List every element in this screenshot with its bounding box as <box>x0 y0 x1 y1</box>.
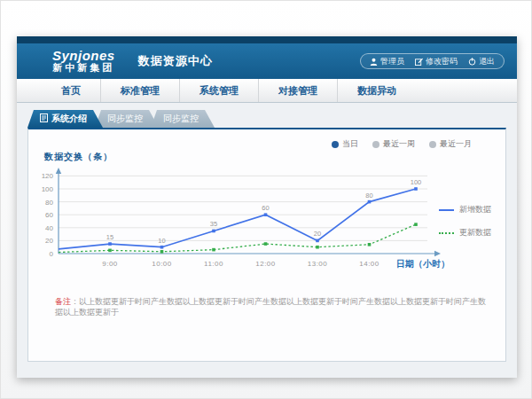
app-header: Synjones 新中新集团 数据资源中心 管理员 修改密码 <box>17 43 517 79</box>
data-point <box>160 246 164 249</box>
tab-sync-monitor-2[interactable]: 同步监控 <box>151 110 215 128</box>
data-point <box>264 213 268 216</box>
chart-wrap: 0204060801001209:0010:0011:0012:0013:001… <box>37 163 507 284</box>
footnote: 备注：以上数据更新于时间产生数据以上数据更新于时间产生数据以上数据更新于时间产生… <box>55 296 488 318</box>
data-point <box>368 200 372 204</box>
data-point <box>264 242 268 246</box>
document-icon <box>40 113 48 124</box>
data-point <box>108 242 112 246</box>
svg-text:11:00: 11:00 <box>204 260 223 268</box>
svg-text:100: 100 <box>42 185 54 193</box>
legend-line-solid-swatch <box>439 209 454 211</box>
user-icon <box>370 58 378 66</box>
svg-text:20: 20 <box>314 230 321 238</box>
tab-label: 同步监控 <box>107 113 143 125</box>
legend-label: 新增数据 <box>459 204 491 215</box>
header-top-strip <box>17 36 517 43</box>
svg-text:日期（小时）: 日期（小时） <box>396 259 450 269</box>
legend-item-new-data: 新增数据 <box>439 204 491 215</box>
radio-last-month[interactable]: 最近一月 <box>429 138 472 150</box>
main-nav: 首页 标准管理 系统管理 对接管理 数据异动 <box>17 79 517 103</box>
user-account-button[interactable]: 管理员 <box>370 56 404 67</box>
footnote-text: ：以上数据更新于时间产生数据以上数据更新于时间产生数据以上数据更新于时间产生数据… <box>55 297 486 317</box>
page-title: 数据资源中心 <box>138 53 213 69</box>
svg-text:60: 60 <box>262 204 269 212</box>
range-filter-group: 当日 最近一周 最近一月 <box>332 138 472 150</box>
radio-selected-icon <box>332 141 339 148</box>
change-password-button[interactable]: 修改密码 <box>415 56 458 67</box>
content-area: 系统介绍 同步监控 同步监控 当日 最近一周 <box>17 103 517 378</box>
y-axis-ticks: 020406080100120 <box>42 172 54 258</box>
svg-text:13:00: 13:00 <box>308 260 328 268</box>
logout-button[interactable]: 退出 <box>468 56 495 67</box>
svg-text:0: 0 <box>50 250 54 258</box>
logout-label: 退出 <box>479 56 495 67</box>
line-chart: 0204060801001209:0010:0011:0012:0013:001… <box>37 163 507 280</box>
legend-item-update-data: 更新数据 <box>439 227 491 239</box>
brand-logo-en: Synjones <box>52 49 115 63</box>
data-point <box>414 223 418 226</box>
svg-text:14:00: 14:00 <box>359 260 379 268</box>
svg-text:12:00: 12:00 <box>255 260 276 268</box>
svg-text:60: 60 <box>45 211 53 219</box>
tab-label: 系统介绍 <box>51 113 87 125</box>
svg-text:80: 80 <box>365 192 372 200</box>
nav-item-home[interactable]: 首页 <box>42 79 100 102</box>
data-point <box>316 239 319 243</box>
radio-unselected-icon <box>429 141 436 148</box>
svg-text:80: 80 <box>45 199 53 207</box>
chart-panel: 当日 最近一周 最近一月 数据交换（条） 0204060801001209:00… <box>27 128 506 362</box>
legend-line-dotted-swatch <box>439 232 454 234</box>
svg-text:9:00: 9:00 <box>102 260 118 268</box>
tab-system-intro[interactable]: 系统介绍 <box>27 110 103 128</box>
radio-today-label: 当日 <box>342 138 358 150</box>
data-point <box>316 246 319 249</box>
power-icon <box>468 58 476 66</box>
tab-bar: 系统介绍 同步监控 同步监控 <box>27 110 506 128</box>
tab-label: 同步监控 <box>163 113 199 125</box>
radio-today[interactable]: 当日 <box>332 138 358 150</box>
tab-sync-monitor-1[interactable]: 同步监控 <box>95 110 159 128</box>
x-axis-title: 日期（小时） <box>396 259 450 269</box>
chart-axes <box>56 168 441 256</box>
data-point <box>108 249 112 253</box>
chart-grid <box>59 176 427 240</box>
legend-label: 更新数据 <box>459 227 491 239</box>
radio-unselected-icon <box>372 141 379 148</box>
nav-item-data-change[interactable]: 数据异动 <box>337 79 416 102</box>
radio-last-week[interactable]: 最近一周 <box>372 138 415 150</box>
svg-text:10:00: 10:00 <box>152 260 172 268</box>
nav-item-interface-mgmt[interactable]: 对接管理 <box>258 79 337 102</box>
chart-legend: 新增数据 更新数据 <box>439 204 491 239</box>
y-axis-title: 数据交换（条） <box>44 151 113 163</box>
svg-text:15: 15 <box>106 233 113 241</box>
data-point <box>160 250 164 254</box>
data-point <box>212 248 215 252</box>
change-password-label: 修改密码 <box>426 56 458 67</box>
user-account-label: 管理员 <box>380 56 404 67</box>
user-menu: 管理员 修改密码 退出 <box>360 53 505 69</box>
nav-item-system-mgmt[interactable]: 系统管理 <box>179 79 258 102</box>
svg-text:20: 20 <box>45 237 53 245</box>
radio-last-month-label: 最近一月 <box>440 138 472 150</box>
data-point <box>414 187 418 191</box>
screenshot-background: Synjones 新中新集团 数据资源中心 管理员 修改密码 <box>0 0 532 399</box>
footnote-prefix: 备注 <box>55 297 71 306</box>
svg-text:40: 40 <box>45 224 53 232</box>
data-point <box>212 230 215 233</box>
brand-logo-cn: 新中新集团 <box>52 63 115 74</box>
nav-item-standard-mgmt[interactable]: 标准管理 <box>100 79 179 102</box>
svg-text:100: 100 <box>411 178 422 186</box>
radio-last-week-label: 最近一周 <box>383 138 415 150</box>
svg-text:35: 35 <box>210 220 217 228</box>
edit-icon <box>415 58 423 66</box>
svg-text:120: 120 <box>42 172 54 180</box>
svg-text:10: 10 <box>158 237 165 245</box>
x-axis-ticks: 9:0010:0011:0012:0013:0014:00 <box>102 260 379 268</box>
data-point <box>368 243 372 246</box>
app-window: Synjones 新中新集团 数据资源中心 管理员 修改密码 <box>17 36 517 378</box>
brand-logo: Synjones 新中新集团 <box>52 49 115 73</box>
